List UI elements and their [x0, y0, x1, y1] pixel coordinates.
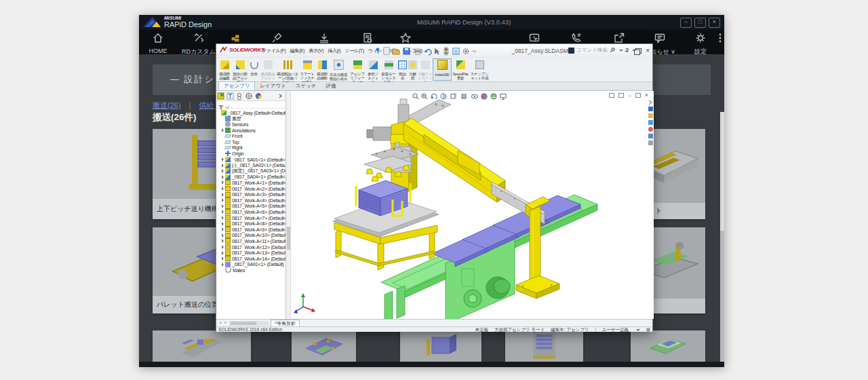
expand-arrow-icon[interactable]: [222, 251, 224, 255]
doc-cascade-icon[interactable]: [618, 93, 624, 98]
expand-arrow-icon[interactable]: [222, 169, 224, 173]
nav-item-more[interactable]: [694, 32, 747, 48]
view-tab-scrollbar[interactable]: [229, 321, 269, 326]
menu-ツール(T)[interactable]: ツール(T): [342, 48, 366, 54]
tree-scrollbar-thumb[interactable]: [287, 227, 290, 250]
file-properties-icon[interactable]: [453, 48, 459, 54]
print-icon[interactable]: [414, 48, 421, 55]
ribbon-tab-評価[interactable]: 評価: [321, 82, 340, 90]
new-document-icon[interactable]: [384, 48, 389, 54]
options-gear-icon[interactable]: [464, 49, 469, 54]
tree-item[interactable]: (固定) _0817_SA03<1> (Def: [216, 168, 286, 174]
expand-arrow-icon[interactable]: [222, 263, 224, 267]
menu-ファイル(F)[interactable]: ファイル(F): [260, 48, 288, 54]
tree-item[interactable]: Front: [216, 133, 286, 139]
update-speedpak-button[interactable]: SpeedPak更新: [452, 58, 469, 81]
ribbon-tab-レイアウト[interactable]: レイアウト: [255, 82, 290, 90]
design-library-icon[interactable]: [648, 113, 653, 118]
tree-item[interactable]: 0817_Work-A<11> (Default: [216, 238, 286, 244]
instant3d-button[interactable]: Instant3D: [433, 58, 452, 81]
design-example-card[interactable]: [631, 330, 705, 362]
view-orientation-icon[interactable]: [451, 93, 456, 98]
page-scrollbar-thumb[interactable]: [720, 112, 724, 231]
tree-item[interactable]: _0817_SA91<1> (Default): [216, 262, 286, 268]
tree-item[interactable]: _0817_SA04<1> (Default<D: [216, 174, 286, 180]
design-example-card[interactable]: [292, 330, 356, 362]
tree-item[interactable]: 0817_Work-A<13> (Default: [216, 250, 286, 256]
expand-arrow-icon[interactable]: [222, 198, 224, 202]
insert-existing-part-button[interactable]: 既存の部品/アセンブリ: [231, 58, 249, 81]
display-style-icon[interactable]: [462, 93, 467, 98]
tree-item[interactable]: Sensors: [216, 121, 286, 128]
tree-item[interactable]: 0817_Work-A<10> (Default: [216, 233, 286, 239]
magnifier-icon[interactable]: 🔎︎: [610, 47, 616, 54]
tree-item[interactable]: 0817_Work-A<3> (Default<: [216, 191, 286, 197]
tree-item[interactable]: 0817_Work-A<6> (Default<: [216, 209, 286, 215]
tree-item[interactable]: _0817_Assy (Default<Default_D: [216, 110, 286, 116]
exploded-view-button[interactable]: 分解図: [408, 58, 418, 81]
undo-icon[interactable]: [425, 50, 432, 55]
expand-arrow-icon[interactable]: [222, 193, 224, 197]
tree-item[interactable]: Right: [216, 145, 286, 151]
expand-arrow-icon[interactable]: [222, 227, 224, 231]
doc-minimize-button[interactable]: –: [628, 93, 631, 98]
tree-item[interactable]: 0817_Work-A<14> (Default: [216, 256, 286, 262]
assembly-3d-model[interactable]: [291, 91, 654, 319]
expand-arrow-icon[interactable]: [222, 239, 224, 243]
appearances-icon[interactable]: [648, 127, 653, 132]
expand-arrow-icon[interactable]: [222, 204, 224, 208]
view-tab-left-arrow-icon[interactable]: ‹: [220, 320, 222, 326]
expand-arrow-icon[interactable]: [222, 216, 224, 220]
tree-item[interactable]: 0817_Work-A<4> (Default<: [216, 197, 286, 204]
tree-item[interactable]: Annotations: [216, 128, 286, 134]
menu-編集(E)[interactable]: 編集(E): [288, 48, 307, 54]
show-hidden-components-button[interactable]: 非表示構成部品の表示: [328, 58, 349, 81]
smart-fasteners-button[interactable]: スマートファスナー挿入: [298, 58, 316, 81]
custom-properties-icon[interactable]: [648, 134, 653, 138]
tree-item[interactable]: 0817_Work-A<8> (Default<: [216, 221, 286, 227]
property-tab-icon[interactable]: [227, 93, 233, 99]
tree-item[interactable]: Top: [216, 139, 286, 145]
tree-item[interactable]: _0817_SA01<1> (Default<D: [216, 157, 286, 163]
display-manager-tab-icon[interactable]: [256, 93, 261, 98]
graphics-viewport[interactable]: – ×: [291, 91, 654, 319]
tree-item[interactable]: 0817_Work-A<5> (Default<: [216, 204, 286, 210]
expand-arrow-icon[interactable]: [222, 164, 224, 168]
sw-restore-button[interactable]: [634, 50, 640, 55]
view-settings-icon[interactable]: [500, 94, 506, 100]
move-component-button[interactable]: 構成部品移動: [316, 58, 328, 81]
expand-arrow-icon[interactable]: [222, 233, 224, 238]
tree-scrollbar[interactable]: [286, 91, 291, 319]
app-close-button[interactable]: ×: [709, 18, 720, 28]
status-dropdown-icon[interactable]: [636, 329, 640, 331]
design-example-card[interactable]: [400, 330, 481, 362]
linear-component-pattern-button[interactable]: 構成部品パターン(直線パターン): [277, 58, 298, 81]
ribbon-tab-アセンブリ[interactable]: アセンブリ: [218, 81, 255, 90]
assembly-features-button[interactable]: アセンブリフィーチャー: [349, 58, 366, 81]
zoom-fit-icon[interactable]: [413, 94, 418, 99]
mate-button[interactable]: 合致: [249, 58, 259, 81]
menu-表示(V)[interactable]: 表示(V): [307, 48, 326, 54]
app-minimize-button[interactable]: –: [680, 18, 692, 28]
take-snapshot-button[interactable]: スナップショット作成: [469, 58, 490, 81]
tree-item[interactable]: 0817_Work-A<1> (Default<: [216, 180, 286, 186]
expand-arrow-icon[interactable]: [222, 157, 224, 162]
features-tab-icon[interactable]: [218, 93, 224, 99]
task-pane-more-icon[interactable]: [648, 140, 653, 145]
view-tab-scrollbar-thumb[interactable]: [231, 322, 256, 325]
design-example-card[interactable]: [153, 330, 251, 362]
expand-arrow-icon[interactable]: [222, 180, 224, 185]
doc-tile-icon[interactable]: [609, 93, 614, 98]
doc-restore-button[interactable]: [635, 93, 641, 98]
select-icon[interactable]: [435, 48, 439, 55]
category-link[interactable]: 搬送(26): [153, 101, 181, 109]
new-motion-study-button[interactable]: 新規モーションスタディ: [380, 58, 397, 81]
page-scrollbar[interactable]: [720, 112, 724, 362]
doc-close-button[interactable]: ×: [645, 92, 648, 98]
tree-item[interactable]: Origin: [216, 151, 286, 157]
view-tab-right-arrow-icon[interactable]: ›: [224, 320, 226, 326]
dimxpert-tab-icon[interactable]: [246, 94, 252, 99]
apply-scene-icon[interactable]: [491, 94, 496, 99]
reference-geometry-button[interactable]: 参照ジオメトリ: [366, 58, 380, 81]
previous-view-icon[interactable]: [431, 94, 437, 99]
